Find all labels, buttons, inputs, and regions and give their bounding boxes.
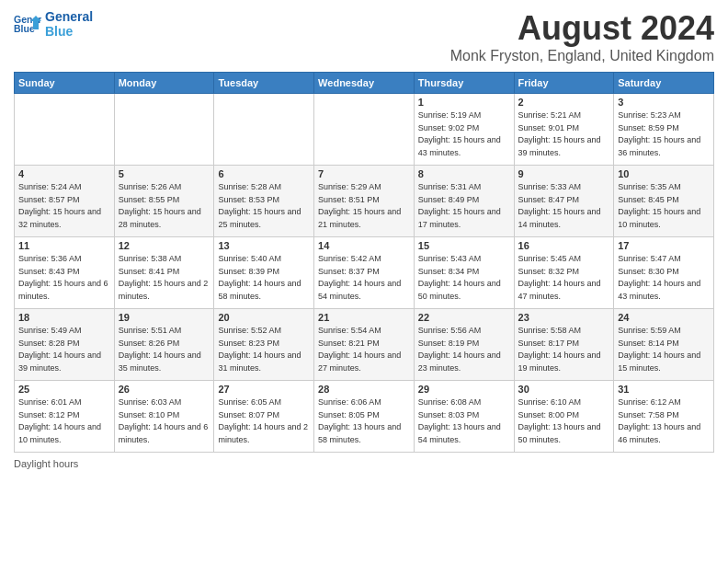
day-number: 30: [518, 384, 610, 395]
day-info: Sunrise: 5:47 AMSunset: 8:30 PMDaylight:…: [618, 253, 710, 303]
day-info: Sunrise: 5:38 AMSunset: 8:41 PMDaylight:…: [119, 253, 210, 303]
day-number: 23: [518, 312, 610, 323]
day-info: Sunrise: 5:56 AMSunset: 8:19 PMDaylight:…: [418, 325, 510, 374]
main-title: August 2024: [450, 9, 714, 48]
day-number: 14: [318, 240, 410, 251]
day-number: 26: [119, 384, 210, 395]
day-number: 20: [218, 312, 310, 323]
calendar-cell: 27Sunrise: 6:05 AMSunset: 8:07 PMDayligh…: [214, 381, 314, 453]
day-number: 6: [218, 168, 310, 179]
day-number: 25: [18, 384, 110, 395]
day-info: Sunrise: 6:12 AMSunset: 7:58 PMDaylight:…: [618, 396, 710, 446]
day-number: 15: [418, 240, 510, 251]
day-number: 1: [418, 97, 510, 108]
calendar-cell: 8Sunrise: 5:31 AMSunset: 8:49 PMDaylight…: [414, 166, 514, 237]
day-number: 18: [18, 312, 110, 323]
day-info: Sunrise: 6:10 AMSunset: 8:00 PMDaylight:…: [518, 396, 610, 446]
calendar-cell: 18Sunrise: 5:49 AMSunset: 8:28 PMDayligh…: [15, 309, 115, 381]
calendar-cell: 30Sunrise: 6:10 AMSunset: 8:00 PMDayligh…: [514, 381, 614, 453]
calendar-week-4: 18Sunrise: 5:49 AMSunset: 8:28 PMDayligh…: [15, 309, 714, 381]
day-info: Sunrise: 6:05 AMSunset: 8:07 PMDaylight:…: [218, 396, 310, 446]
calendar-cell: 15Sunrise: 5:43 AMSunset: 8:34 PMDayligh…: [414, 237, 514, 309]
calendar-cell: 10Sunrise: 5:35 AMSunset: 8:45 PMDayligh…: [614, 166, 714, 237]
day-number: 12: [119, 240, 210, 251]
day-number: 3: [618, 97, 710, 108]
calendar-cell: 28Sunrise: 6:06 AMSunset: 8:05 PMDayligh…: [314, 381, 415, 453]
col-header-friday: Friday: [514, 73, 614, 94]
calendar-cell: 14Sunrise: 5:42 AMSunset: 8:37 PMDayligh…: [314, 237, 415, 309]
calendar-cell: [15, 94, 115, 166]
calendar-cell: 4Sunrise: 5:24 AMSunset: 8:57 PMDaylight…: [15, 166, 115, 237]
day-number: 2: [518, 97, 610, 108]
col-header-thursday: Thursday: [414, 73, 514, 94]
day-info: Sunrise: 5:45 AMSunset: 8:32 PMDaylight:…: [518, 253, 610, 303]
calendar-cell: 21Sunrise: 5:54 AMSunset: 8:21 PMDayligh…: [314, 309, 415, 381]
day-number: 7: [318, 168, 410, 179]
calendar-cell: 12Sunrise: 5:38 AMSunset: 8:41 PMDayligh…: [114, 237, 214, 309]
calendar-week-5: 25Sunrise: 6:01 AMSunset: 8:12 PMDayligh…: [15, 381, 714, 453]
day-number: 24: [618, 312, 710, 323]
calendar-cell: [214, 94, 314, 166]
day-info: Sunrise: 5:19 AMSunset: 9:02 PMDaylight:…: [418, 109, 510, 159]
day-info: Sunrise: 5:24 AMSunset: 8:57 PMDaylight:…: [18, 181, 110, 231]
calendar-cell: 2Sunrise: 5:21 AMSunset: 9:01 PMDaylight…: [514, 94, 614, 166]
day-number: 19: [119, 312, 210, 323]
day-info: Sunrise: 5:42 AMSunset: 8:37 PMDaylight:…: [318, 253, 410, 303]
col-header-tuesday: Tuesday: [214, 73, 314, 94]
day-number: 4: [18, 168, 110, 179]
logo-general: General: [45, 9, 93, 24]
day-info: Sunrise: 6:03 AMSunset: 8:10 PMDaylight:…: [119, 396, 210, 446]
calendar-cell: 1Sunrise: 5:19 AMSunset: 9:02 PMDaylight…: [414, 94, 514, 166]
calendar-week-3: 11Sunrise: 5:36 AMSunset: 8:43 PMDayligh…: [15, 237, 714, 309]
calendar-cell: 19Sunrise: 5:51 AMSunset: 8:26 PMDayligh…: [114, 309, 214, 381]
logo-blue: Blue: [45, 24, 93, 39]
day-number: 31: [618, 384, 710, 395]
header: General Blue General Blue August 2024 Mo…: [14, 9, 714, 64]
day-info: Sunrise: 6:06 AMSunset: 8:05 PMDaylight:…: [318, 396, 410, 446]
calendar-cell: 11Sunrise: 5:36 AMSunset: 8:43 PMDayligh…: [15, 237, 115, 309]
day-info: Sunrise: 5:26 AMSunset: 8:55 PMDaylight:…: [119, 181, 210, 231]
calendar-header-row: SundayMondayTuesdayWednesdayThursdayFrid…: [15, 73, 714, 94]
calendar-cell: 16Sunrise: 5:45 AMSunset: 8:32 PMDayligh…: [514, 237, 614, 309]
day-info: Sunrise: 5:59 AMSunset: 8:14 PMDaylight:…: [618, 325, 710, 374]
calendar-table: SundayMondayTuesdayWednesdayThursdayFrid…: [14, 72, 714, 453]
day-info: Sunrise: 5:58 AMSunset: 8:17 PMDaylight:…: [518, 325, 610, 374]
calendar-cell: 23Sunrise: 5:58 AMSunset: 8:17 PMDayligh…: [514, 309, 614, 381]
day-number: 21: [318, 312, 410, 323]
calendar-cell: 17Sunrise: 5:47 AMSunset: 8:30 PMDayligh…: [614, 237, 714, 309]
calendar-cell: 31Sunrise: 6:12 AMSunset: 7:58 PMDayligh…: [614, 381, 714, 453]
day-number: 29: [418, 384, 510, 395]
calendar-cell: 6Sunrise: 5:28 AMSunset: 8:53 PMDaylight…: [214, 166, 314, 237]
day-info: Sunrise: 6:08 AMSunset: 8:03 PMDaylight:…: [418, 396, 510, 446]
calendar-cell: 22Sunrise: 5:56 AMSunset: 8:19 PMDayligh…: [414, 309, 514, 381]
calendar-cell: 20Sunrise: 5:52 AMSunset: 8:23 PMDayligh…: [214, 309, 314, 381]
calendar-cell: [314, 94, 415, 166]
day-info: Sunrise: 5:33 AMSunset: 8:47 PMDaylight:…: [518, 181, 610, 231]
calendar-cell: 29Sunrise: 6:08 AMSunset: 8:03 PMDayligh…: [414, 381, 514, 453]
day-number: 9: [518, 168, 610, 179]
day-info: Sunrise: 5:52 AMSunset: 8:23 PMDaylight:…: [218, 325, 310, 374]
day-info: Sunrise: 5:51 AMSunset: 8:26 PMDaylight:…: [119, 325, 210, 374]
calendar-cell: 5Sunrise: 5:26 AMSunset: 8:55 PMDaylight…: [114, 166, 214, 237]
calendar-cell: 7Sunrise: 5:29 AMSunset: 8:51 PMDaylight…: [314, 166, 415, 237]
calendar-cell: 3Sunrise: 5:23 AMSunset: 8:59 PMDaylight…: [614, 94, 714, 166]
day-info: Sunrise: 5:35 AMSunset: 8:45 PMDaylight:…: [618, 181, 710, 231]
calendar-cell: 26Sunrise: 6:03 AMSunset: 8:10 PMDayligh…: [114, 381, 214, 453]
footer-daylight-label: Daylight hours: [14, 458, 714, 469]
day-info: Sunrise: 5:31 AMSunset: 8:49 PMDaylight:…: [418, 181, 510, 231]
day-info: Sunrise: 6:01 AMSunset: 8:12 PMDaylight:…: [18, 396, 110, 446]
day-number: 16: [518, 240, 610, 251]
col-header-saturday: Saturday: [614, 73, 714, 94]
page-container: General Blue General Blue August 2024 Mo…: [0, 0, 728, 478]
day-info: Sunrise: 5:21 AMSunset: 9:01 PMDaylight:…: [518, 109, 610, 159]
logo-icon: General Blue: [14, 10, 41, 38]
day-number: 5: [119, 168, 210, 179]
day-info: Sunrise: 5:43 AMSunset: 8:34 PMDaylight:…: [418, 253, 510, 303]
col-header-sunday: Sunday: [15, 73, 115, 94]
svg-text:Blue: Blue: [14, 23, 35, 34]
day-number: 27: [218, 384, 310, 395]
day-info: Sunrise: 5:40 AMSunset: 8:39 PMDaylight:…: [218, 253, 310, 303]
calendar-cell: 24Sunrise: 5:59 AMSunset: 8:14 PMDayligh…: [614, 309, 714, 381]
day-number: 13: [218, 240, 310, 251]
day-info: Sunrise: 5:23 AMSunset: 8:59 PMDaylight:…: [618, 109, 710, 159]
